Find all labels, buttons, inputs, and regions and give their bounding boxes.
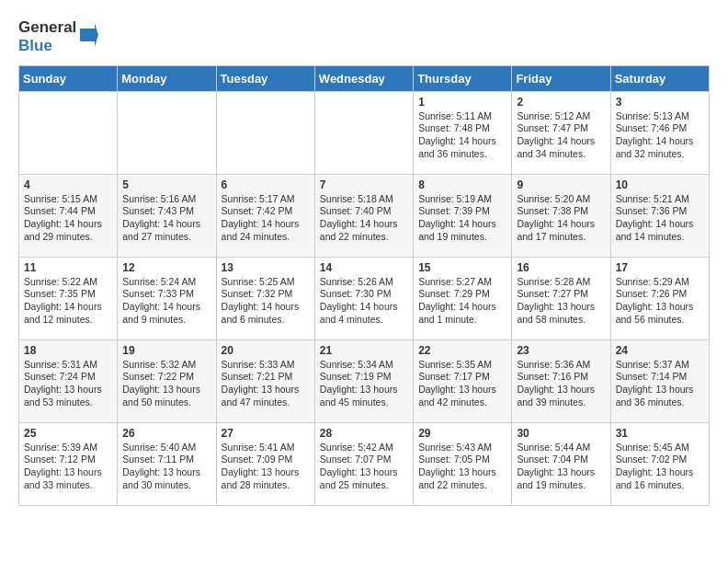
day-info-line: Sunrise: 5:16 AM — [122, 193, 210, 206]
day-info-line: and 58 minutes. — [517, 314, 605, 327]
day-info-line: Sunset: 7:35 PM — [24, 288, 112, 301]
day-info-line: Sunset: 7:46 PM — [616, 122, 704, 135]
day-number: 14 — [320, 261, 408, 274]
day-info-line: and 29 minutes. — [24, 231, 112, 244]
day-info-line: Sunrise: 5:25 AM — [222, 276, 310, 289]
day-info-line: Daylight: 14 hours — [222, 301, 310, 314]
day-info-line: Daylight: 14 hours — [418, 135, 506, 148]
day-info-line: Sunset: 7:38 PM — [517, 205, 605, 218]
day-info-line: Sunrise: 5:41 AM — [222, 442, 310, 454]
day-info-line: Daylight: 13 hours — [24, 384, 112, 396]
day-header-friday: Friday — [512, 65, 610, 91]
calendar-cell — [314, 91, 413, 174]
day-number: 21 — [320, 344, 408, 357]
day-info-line: and 9 minutes. — [122, 314, 210, 327]
day-info-line: Daylight: 13 hours — [122, 384, 210, 396]
calendar-cell: 18Sunrise: 5:31 AMSunset: 7:24 PMDayligh… — [19, 339, 118, 422]
calendar-cell: 27Sunrise: 5:41 AMSunset: 7:09 PMDayligh… — [216, 422, 314, 505]
day-header-monday: Monday — [118, 65, 216, 91]
day-info-line: Sunrise: 5:20 AM — [517, 193, 605, 206]
calendar-cell — [19, 91, 118, 174]
day-info-line: Sunset: 7:36 PM — [616, 205, 704, 218]
day-number: 2 — [517, 96, 605, 109]
day-info-line: Sunset: 7:33 PM — [122, 288, 210, 301]
day-number: 30 — [517, 427, 605, 440]
calendar-cell: 25Sunrise: 5:39 AMSunset: 7:12 PMDayligh… — [19, 422, 118, 505]
day-info-line: and 28 minutes. — [222, 479, 310, 492]
day-info-line: Sunset: 7:26 PM — [616, 288, 704, 301]
day-info-line: Daylight: 13 hours — [222, 384, 310, 396]
calendar-cell: 31Sunrise: 5:45 AMSunset: 7:02 PMDayligh… — [610, 422, 709, 505]
day-info-line: Sunset: 7:11 PM — [122, 454, 210, 466]
day-info-line: and 33 minutes. — [24, 479, 112, 492]
day-info-line: Sunrise: 5:29 AM — [616, 276, 704, 289]
calendar-cell: 1Sunrise: 5:11 AMSunset: 7:48 PMDaylight… — [414, 91, 512, 174]
day-info-line: Sunrise: 5:27 AM — [418, 276, 506, 289]
logo-text: GeneralBlue — [18, 18, 76, 56]
day-info-line: Sunrise: 5:24 AM — [122, 276, 210, 289]
calendar-cell — [216, 91, 314, 174]
day-info-line: Daylight: 14 hours — [418, 301, 506, 314]
day-info-line: Sunrise: 5:17 AM — [222, 193, 310, 206]
day-info-line: Daylight: 14 hours — [320, 218, 408, 231]
day-info-line: Sunrise: 5:31 AM — [24, 359, 112, 372]
day-info-line: and 50 minutes. — [122, 396, 210, 409]
day-number: 26 — [122, 427, 210, 440]
day-info-line: and 6 minutes. — [222, 314, 310, 327]
day-number: 11 — [24, 261, 112, 274]
day-info-line: Sunrise: 5:11 AM — [418, 110, 506, 123]
calendar-cell: 5Sunrise: 5:16 AMSunset: 7:43 PMDaylight… — [118, 174, 216, 257]
day-info-line: and 27 minutes. — [122, 231, 210, 244]
day-number: 1 — [418, 96, 506, 109]
day-info-line: and 4 minutes. — [320, 314, 408, 327]
day-info-line: Sunset: 7:29 PM — [418, 288, 506, 301]
day-info-line: Sunset: 7:24 PM — [24, 371, 112, 384]
calendar-cell: 13Sunrise: 5:25 AMSunset: 7:32 PMDayligh… — [216, 257, 314, 339]
day-info-line: Daylight: 14 hours — [24, 218, 112, 231]
svg-marker-0 — [80, 23, 98, 47]
day-info-line: Sunrise: 5:40 AM — [122, 442, 210, 454]
calendar-cell: 22Sunrise: 5:35 AMSunset: 7:17 PMDayligh… — [414, 339, 512, 422]
day-info-line: Sunset: 7:43 PM — [122, 205, 210, 218]
calendar-table: SundayMondayTuesdayWednesdayThursdayFrid… — [18, 65, 710, 506]
day-number: 15 — [418, 261, 506, 274]
day-header-saturday: Saturday — [610, 65, 709, 91]
calendar-cell: 10Sunrise: 5:21 AMSunset: 7:36 PMDayligh… — [610, 174, 709, 257]
calendar-cell: 4Sunrise: 5:15 AMSunset: 7:44 PMDaylight… — [19, 174, 118, 257]
day-info-line: and 22 minutes. — [418, 479, 506, 492]
calendar-cell: 19Sunrise: 5:32 AMSunset: 7:22 PMDayligh… — [118, 339, 216, 422]
calendar-cell: 17Sunrise: 5:29 AMSunset: 7:26 PMDayligh… — [610, 257, 709, 339]
day-number: 29 — [418, 427, 506, 440]
day-number: 19 — [122, 344, 210, 357]
day-info-line: Daylight: 14 hours — [122, 301, 210, 314]
calendar-cell: 8Sunrise: 5:19 AMSunset: 7:39 PMDaylight… — [414, 174, 512, 257]
day-info-line: Daylight: 14 hours — [418, 218, 506, 231]
calendar-cell: 6Sunrise: 5:17 AMSunset: 7:42 PMDaylight… — [216, 174, 314, 257]
day-info-line: Sunrise: 5:12 AM — [517, 110, 605, 123]
day-info-line: Sunset: 7:40 PM — [320, 205, 408, 218]
page-header: GeneralBlue — [18, 18, 710, 56]
day-info-line: Daylight: 13 hours — [517, 301, 605, 314]
day-info-line: Daylight: 13 hours — [517, 384, 605, 396]
day-header-wednesday: Wednesday — [314, 65, 413, 91]
day-info-line: and 56 minutes. — [616, 314, 704, 327]
calendar-header-row: SundayMondayTuesdayWednesdayThursdayFrid… — [19, 65, 710, 91]
day-info-line: and 19 minutes. — [517, 479, 605, 492]
day-number: 9 — [517, 178, 605, 191]
calendar-cell: 14Sunrise: 5:26 AMSunset: 7:30 PMDayligh… — [314, 257, 413, 339]
calendar-week-row: 1Sunrise: 5:11 AMSunset: 7:48 PMDaylight… — [19, 91, 710, 174]
day-info-line: Daylight: 13 hours — [517, 466, 605, 479]
day-number: 22 — [418, 344, 506, 357]
day-info-line: and 22 minutes. — [320, 231, 408, 244]
day-info-line: Sunset: 7:14 PM — [616, 371, 704, 384]
day-info-line: Daylight: 13 hours — [418, 466, 506, 479]
day-info-line: Daylight: 14 hours — [517, 218, 605, 231]
logo-arrow-icon — [80, 21, 98, 52]
day-info-line: Sunset: 7:27 PM — [517, 288, 605, 301]
day-info-line: Daylight: 13 hours — [320, 384, 408, 396]
day-number: 24 — [616, 344, 704, 357]
day-info-line: and 19 minutes. — [418, 231, 506, 244]
logo-blue: Blue — [18, 37, 52, 54]
day-number: 5 — [122, 178, 210, 191]
day-info-line: Sunset: 7:44 PM — [24, 205, 112, 218]
